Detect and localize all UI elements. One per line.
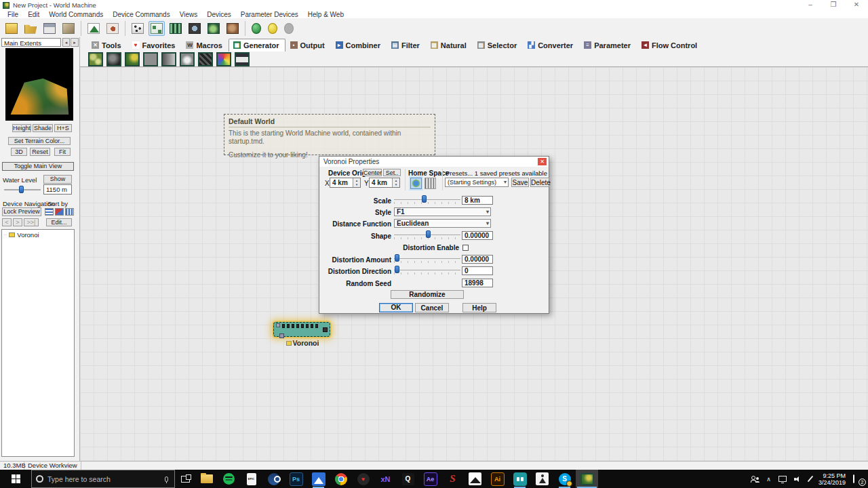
presets-dropdown[interactable]: (Starting Settings)▾ xyxy=(445,178,509,187)
terrain-preview[interactable] xyxy=(5,48,73,121)
maximize-button[interactable]: ❐ xyxy=(822,0,845,10)
blue-app-icon[interactable] xyxy=(307,470,330,488)
water-level-value[interactable]: 1150 m xyxy=(43,184,72,195)
tab-parameter[interactable]: ≡Parameter xyxy=(579,39,637,52)
menu-item-edit[interactable]: Edit xyxy=(23,10,44,19)
menu-item-views[interactable]: Views xyxy=(175,10,203,19)
voronoi-node-body[interactable] xyxy=(273,322,330,337)
teal-app-icon[interactable] xyxy=(509,470,531,488)
water-level-slider[interactable] xyxy=(4,186,41,193)
spotify-icon[interactable] xyxy=(218,470,240,488)
yellow-status-icon[interactable] xyxy=(266,21,279,36)
display-icon[interactable] xyxy=(778,476,787,482)
center-button[interactable]: Center xyxy=(363,169,382,176)
task-view-button[interactable] xyxy=(175,470,195,488)
epic-games-icon[interactable]: EPIC xyxy=(240,470,262,488)
fit-view-button[interactable]: Fit xyxy=(54,148,71,156)
extents-next-button[interactable]: ▸ xyxy=(71,38,79,47)
shape-input[interactable]: 0.00000 xyxy=(462,231,493,240)
tab-flow-control[interactable]: ◄Flow Control xyxy=(637,39,703,52)
save-file-icon[interactable] xyxy=(41,21,58,36)
reset-view-button[interactable]: Reset xyxy=(30,148,50,156)
node-output-port[interactable] xyxy=(323,327,328,332)
speaker-icon[interactable] xyxy=(794,476,802,483)
3d-workview-icon[interactable] xyxy=(205,21,222,36)
deezer-icon[interactable]: ♥ xyxy=(352,470,374,488)
voronoi-device-node[interactable]: Voronoi xyxy=(273,322,332,347)
new-file-icon[interactable] xyxy=(3,21,20,36)
menu-item-devices[interactable]: Devices xyxy=(202,10,236,19)
device-gradient-icon[interactable] xyxy=(161,52,176,66)
skype-icon[interactable]: S xyxy=(553,470,576,488)
y-spinner-arrows-icon[interactable]: ▴▾ xyxy=(392,178,399,187)
tab-combiner[interactable]: ▸Combiner xyxy=(331,39,387,52)
sort-type-icon[interactable] xyxy=(55,208,64,216)
after-effects-icon[interactable]: Ae xyxy=(419,470,441,488)
microphone-icon[interactable] xyxy=(165,476,168,482)
photos-icon[interactable] xyxy=(464,470,486,488)
menu-item-device-commands[interactable]: Device Commands xyxy=(108,10,174,19)
distortion-enable-checkbox[interactable] xyxy=(462,245,469,251)
illustrator-icon[interactable]: Ai xyxy=(486,470,509,488)
pen-icon[interactable] xyxy=(808,476,814,483)
action-center-button[interactable]: 2 xyxy=(853,475,863,483)
set-terrain-color-button[interactable]: Set Terrain Color... xyxy=(8,137,71,145)
zbrush-icon[interactable] xyxy=(531,470,553,488)
distortion-amount-slider[interactable] xyxy=(394,254,460,263)
progress-view-icon[interactable] xyxy=(85,21,102,36)
show-water-button[interactable]: Show xyxy=(43,175,72,184)
build-icon[interactable] xyxy=(60,21,77,36)
preset-delete-button[interactable]: Delete xyxy=(530,178,549,187)
tab-converter[interactable]: ▞Converter xyxy=(523,39,579,52)
world-space-icon[interactable] xyxy=(410,178,422,189)
tree-item-voronoi[interactable]: ·· Voronoi xyxy=(3,231,73,239)
tab-favorites[interactable]: ♥Favorites xyxy=(127,39,182,52)
workview-tab[interactable]: Device Workview xyxy=(24,462,81,470)
photo-view-icon[interactable] xyxy=(104,21,121,36)
substance-icon[interactable]: S xyxy=(441,470,464,488)
y-origin-spinner[interactable]: 4 km ▴▾ xyxy=(369,178,400,188)
device-voronoi-icon[interactable] xyxy=(125,52,140,66)
nav-forward-button[interactable]: > xyxy=(13,218,22,226)
help-button[interactable]: Help xyxy=(462,303,496,312)
height-button[interactable]: Height xyxy=(12,124,31,132)
file-explorer-icon[interactable] xyxy=(195,470,218,488)
menu-item-world-commands[interactable]: World Commands xyxy=(44,10,108,19)
distortion-amount-input[interactable]: 0.00000 xyxy=(462,255,493,264)
extents-prev-button[interactable]: ◂ xyxy=(62,38,70,47)
tab-macros[interactable]: WMacros xyxy=(181,39,229,52)
device-constant-icon[interactable] xyxy=(143,52,158,66)
menu-item-file[interactable]: File xyxy=(3,10,23,19)
set-button[interactable]: Set.. xyxy=(383,169,401,176)
tab-selector[interactable]: ▧Selector xyxy=(473,39,523,52)
toggle-main-view-button[interactable]: Toggle Main View xyxy=(2,162,74,171)
open-file-icon[interactable] xyxy=(22,21,39,36)
device-advanced-perlin-icon[interactable] xyxy=(88,52,103,66)
h-s-button[interactable]: H+S xyxy=(54,124,72,132)
people-icon[interactable] xyxy=(751,476,759,483)
nav-last-button[interactable]: >>| xyxy=(24,218,39,226)
xnview-icon[interactable]: xN xyxy=(374,470,397,488)
preset-save-button[interactable]: Save xyxy=(511,178,529,187)
extents-selector[interactable]: Main Extents xyxy=(1,38,61,47)
clock[interactable]: 9:25 PM 3/24/2019 xyxy=(818,472,846,486)
world-machine-icon[interactable] xyxy=(576,470,598,488)
scale-input[interactable]: 8 km xyxy=(462,196,493,205)
device-workview-canvas[interactable]: Default World This is the starting World… xyxy=(80,67,868,461)
chrome-icon[interactable] xyxy=(330,470,352,488)
device-workview-icon[interactable] xyxy=(149,21,165,36)
random-seed-input[interactable]: 18998 xyxy=(462,279,493,287)
shade-button[interactable]: Shade xyxy=(33,124,53,132)
lock-preview-button[interactable]: Lock Preview xyxy=(2,207,41,216)
cancel-button[interactable]: Cancel xyxy=(415,303,449,312)
device-radial-grad-icon[interactable] xyxy=(180,52,195,66)
distortion-direction-input[interactable]: 0 xyxy=(462,266,493,275)
device-color-gen-icon[interactable] xyxy=(216,52,231,66)
device-file-input-icon[interactable] xyxy=(235,52,250,66)
minimize-button[interactable]: – xyxy=(799,0,822,10)
nav-back-button[interactable]: < xyxy=(2,218,12,226)
x-origin-spinner[interactable]: 4 km ▴▾ xyxy=(330,178,361,188)
tab-generator[interactable]: ▦Generator xyxy=(229,39,285,52)
distance-function-dropdown[interactable]: Euclidean▾ xyxy=(394,219,491,228)
tab-tools[interactable]: ✕Tools xyxy=(87,39,127,52)
